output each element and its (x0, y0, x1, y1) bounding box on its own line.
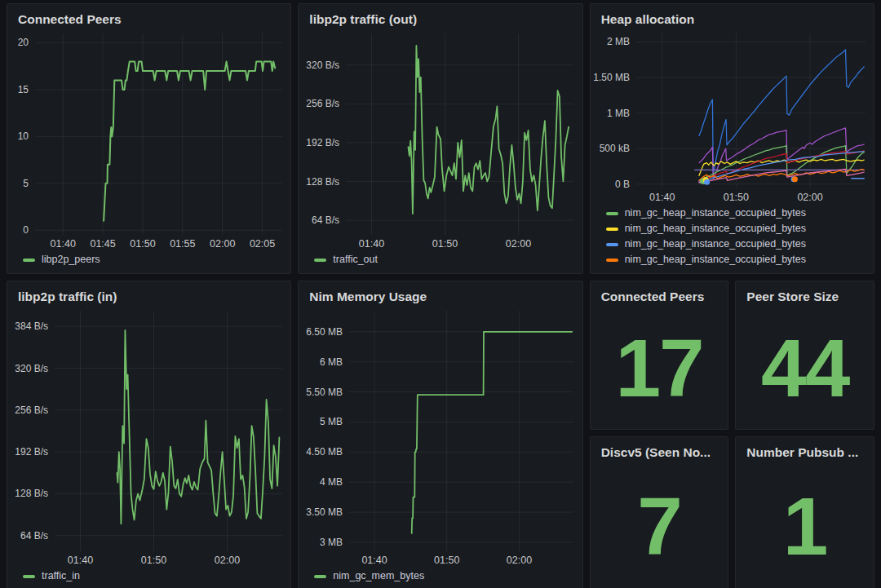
panel-title[interactable]: Discv5 (Seen No... (591, 437, 728, 462)
x-axis-tick-label: 01:45 (90, 238, 115, 250)
x-axis-tick-label: 01:50 (141, 555, 166, 566)
legend-series-swatch (23, 259, 35, 262)
x-axis-tick-label: 02:00 (215, 555, 240, 566)
chart-legend: libp2p_peers (7, 251, 290, 273)
x-axis-tick-label: 01:50 (434, 555, 459, 566)
panel-title[interactable]: Number Pubsub ... (736, 437, 874, 462)
panel-title[interactable]: Peer Store Size (736, 281, 874, 306)
y-axis-tick-label: 64 B/s (312, 215, 339, 227)
series-line-traffic_in (117, 330, 280, 524)
series-line-heap-dark-red (699, 151, 864, 182)
legend-item[interactable]: libp2p_peers (23, 254, 284, 266)
chart-svg: 64 B/s128 B/s192 B/s256 B/s320 B/s384 B/… (7, 306, 290, 568)
y-axis-tick-label: 4 MB (320, 477, 343, 489)
y-axis-tick-label: 256 B/s (15, 405, 48, 416)
legend-series-label: nim_gc_heap_instance_occupied_bytes (625, 238, 806, 250)
legend-item[interactable]: nim_gc_heap_instance_occupied_bytes (606, 223, 867, 235)
x-axis-tick-label: 02:05 (250, 238, 275, 250)
x-axis-tick-label: 02:00 (210, 238, 235, 250)
panel-title[interactable]: Heap allocation (591, 4, 874, 29)
y-axis-tick-label: 320 B/s (307, 60, 340, 71)
x-axis-tick-label: 01:40 (68, 555, 93, 566)
y-axis-tick-label: 20 (18, 38, 29, 49)
y-axis-tick-label: 64 B/s (20, 530, 48, 542)
legend-item[interactable]: nim_gc_mem_bytes (314, 570, 575, 582)
legend-series-label: traffic_out (333, 254, 378, 266)
legend-series-swatch (314, 259, 326, 262)
legend-item[interactable]: nim_gc_heap_instance_occupied_bytes (606, 254, 867, 266)
chart-legend: traffic_in (7, 568, 290, 588)
y-axis-tick-label: 4.50 MB (307, 447, 343, 458)
y-axis-tick-label: 3.50 MB (307, 506, 343, 518)
stat-value: 17 (591, 306, 728, 429)
legend-series-swatch (606, 243, 618, 246)
y-axis-tick-label: 15 (18, 84, 29, 95)
y-axis-tick-label: 256 B/s (307, 99, 340, 110)
x-axis-tick-label: 01:40 (359, 238, 384, 250)
y-axis-tick-label: 6.50 MB (307, 326, 343, 338)
legend-series-swatch (606, 228, 618, 231)
panel-number-pubsub-topics-stat: Number Pubsub ... 1 (735, 436, 874, 588)
panel-title[interactable]: Connected Peers (7, 4, 290, 29)
chart-canvas[interactable]: 0 B500 kB1 MB1.50 MB2 MB01:4001:5002:00 (591, 29, 874, 205)
series-line-libp2p_peers (104, 62, 275, 221)
stat-value: 1 (736, 462, 874, 588)
x-axis-tick-label: 01:40 (649, 192, 675, 203)
y-axis-tick-label: 5 MB (320, 417, 343, 428)
y-axis-tick-label: 320 B/s (15, 363, 48, 374)
legend-series-label: nim_gc_heap_instance_occupied_bytes (625, 254, 806, 266)
panel-peer-store-size-stat: Peer Store Size 44 (735, 281, 874, 430)
legend-item[interactable]: traffic_out (314, 254, 575, 266)
legend-item[interactable]: nim_gc_heap_instance_occupied_bytes (606, 207, 867, 219)
panel-title[interactable]: libp2p traffic (out) (299, 4, 582, 29)
chart-canvas[interactable]: 64 B/s128 B/s192 B/s256 B/s320 B/s384 B/… (7, 306, 290, 568)
legend-series-label: nim_gc_heap_instance_occupied_bytes (625, 223, 806, 235)
series-line-traffic_out (409, 46, 569, 214)
chart-canvas[interactable]: 64 B/s128 B/s192 B/s256 B/s320 B/s01:400… (299, 29, 582, 251)
x-axis-tick-label: 01:50 (130, 238, 155, 250)
y-axis-tick-label: 3 MB (320, 537, 343, 548)
panel-heap-allocation: Heap allocation 0 B500 kB1 MB1.50 MB2 MB… (590, 3, 874, 274)
panel-connected-peers-graph: Connected Peers 0510152001:4001:4501:500… (7, 3, 291, 274)
y-axis-tick-label: 0 B (615, 179, 630, 190)
x-axis-tick-label: 01:50 (723, 192, 748, 203)
chart-canvas[interactable]: 3 MB3.50 MB4 MB4.50 MB5 MB5.50 MB6 MB6.5… (299, 306, 582, 568)
y-axis-tick-label: 500 kB (599, 144, 629, 155)
panel-title[interactable]: Nim Memory Usage (299, 281, 582, 306)
panel-title[interactable]: Connected Peers (591, 281, 728, 306)
y-axis-tick-label: 1.50 MB (593, 72, 630, 83)
chart-legend: nim_gc_mem_bytes (299, 568, 582, 588)
chart-legend: nim_gc_heap_instance_occupied_bytesnim_g… (591, 205, 874, 273)
x-axis-tick-label: 01:55 (170, 238, 195, 250)
legend-series-label: nim_gc_heap_instance_occupied_bytes (625, 207, 806, 219)
y-axis-tick-label: 5.50 MB (307, 387, 343, 398)
y-axis-tick-label: 10 (18, 131, 29, 143)
legend-series-label: traffic_in (42, 570, 80, 582)
y-axis-tick-label: 0 (23, 225, 29, 237)
legend-series-label: nim_gc_mem_bytes (333, 570, 424, 582)
panel-libp2p-traffic-in: libp2p traffic (in) 64 B/s128 B/s192 B/s… (7, 281, 291, 588)
legend-item[interactable]: nim_gc_heap_instance_occupied_bytes (606, 238, 867, 250)
chart-svg: 0 B500 kB1 MB1.50 MB2 MB01:4001:5002:00 (591, 29, 874, 205)
chart-svg: 64 B/s128 B/s192 B/s256 B/s320 B/s01:400… (299, 29, 582, 251)
x-axis-tick-label: 02:00 (506, 238, 531, 250)
chart-svg: 0510152001:4001:4501:5001:5502:0002:05 (7, 29, 290, 251)
chart-legend: traffic_out (299, 251, 582, 273)
legend-item[interactable]: traffic_in (23, 570, 284, 582)
legend-series-swatch (314, 575, 326, 578)
y-axis-tick-label: 5 (23, 178, 29, 189)
legend-series-swatch (23, 575, 35, 578)
panel-connected-peers-stat: Connected Peers 17 (590, 281, 729, 430)
y-axis-tick-label: 384 B/s (15, 321, 48, 333)
y-axis-tick-label: 128 B/s (307, 176, 340, 188)
x-axis-tick-label: 02:00 (797, 192, 822, 203)
x-axis-tick-label: 02:00 (507, 555, 532, 566)
chart-canvas[interactable]: 0510152001:4001:4501:5001:5502:0002:05 (7, 29, 290, 251)
series-point-heap-dots-blue (704, 179, 710, 185)
series-line-heap-light-blue (699, 152, 864, 183)
stat-value: 44 (736, 306, 874, 429)
panel-title[interactable]: libp2p traffic (in) (7, 281, 290, 306)
y-axis-tick-label: 6 MB (320, 356, 343, 368)
y-axis-tick-label: 192 B/s (307, 137, 340, 148)
y-axis-tick-label: 1 MB (607, 108, 630, 119)
